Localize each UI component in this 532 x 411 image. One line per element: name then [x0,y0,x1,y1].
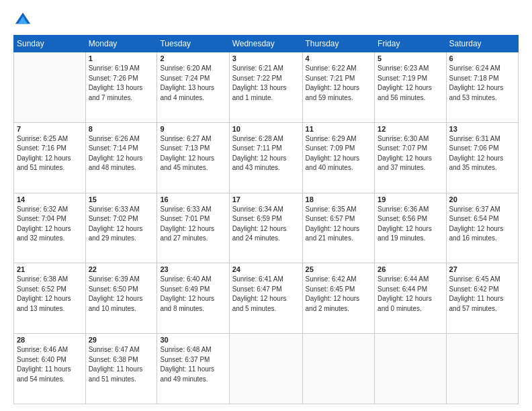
header-day: Wednesday [229,36,302,52]
cell-info: Sunrise: 6:39 AM Sunset: 6:50 PM Dayligh… [89,275,154,314]
calendar-cell: 4Sunrise: 6:22 AM Sunset: 7:21 PM Daylig… [302,52,375,123]
calendar-cell: 21Sunrise: 6:38 AM Sunset: 6:52 PM Dayli… [14,263,86,334]
cell-info: Sunrise: 6:34 AM Sunset: 6:59 PM Dayligh… [232,205,300,244]
cell-info: Sunrise: 6:35 AM Sunset: 6:57 PM Dayligh… [306,205,372,244]
cell-date-number: 6 [449,54,515,62]
cell-date-number: 24 [232,265,300,273]
calendar-week-row: 28Sunrise: 6:46 AM Sunset: 6:40 PM Dayli… [14,334,519,404]
cell-info: Sunrise: 6:24 AM Sunset: 7:18 PM Dayligh… [449,64,515,103]
cell-date-number: 28 [17,336,83,344]
header-day: Saturday [446,36,518,52]
cell-info: Sunrise: 6:45 AM Sunset: 6:42 PM Dayligh… [449,275,515,314]
calendar-cell: 8Sunrise: 6:26 AM Sunset: 7:14 PM Daylig… [85,122,157,193]
calendar-cell: 23Sunrise: 6:40 AM Sunset: 6:49 PM Dayli… [157,263,229,334]
calendar-cell: 19Sunrise: 6:36 AM Sunset: 6:56 PM Dayli… [375,193,446,263]
cell-info: Sunrise: 6:40 AM Sunset: 6:49 PM Dayligh… [160,275,226,314]
cell-date-number: 13 [449,125,515,133]
calendar-cell: 10Sunrise: 6:28 AM Sunset: 7:11 PM Dayli… [229,122,302,193]
cell-info: Sunrise: 6:26 AM Sunset: 7:14 PM Dayligh… [89,134,154,173]
calendar-cell: 26Sunrise: 6:44 AM Sunset: 6:44 PM Dayli… [375,263,446,334]
calendar-cell: 5Sunrise: 6:23 AM Sunset: 7:19 PM Daylig… [375,52,446,123]
calendar-week-row: 14Sunrise: 6:32 AM Sunset: 7:04 PM Dayli… [14,193,519,263]
cell-date-number: 16 [160,195,226,203]
cell-date-number: 7 [17,125,83,133]
cell-date-number: 3 [232,54,300,62]
cell-info: Sunrise: 6:33 AM Sunset: 7:01 PM Dayligh… [160,205,226,244]
calendar-cell: 11Sunrise: 6:29 AM Sunset: 7:09 PM Dayli… [302,122,375,193]
calendar-cell: 14Sunrise: 6:32 AM Sunset: 7:04 PM Dayli… [14,193,86,263]
cell-date-number: 2 [160,54,226,62]
cell-date-number: 9 [160,125,226,133]
cell-info: Sunrise: 6:23 AM Sunset: 7:19 PM Dayligh… [378,64,443,103]
header-row: SundayMondayTuesdayWednesdayThursdayFrid… [14,36,519,52]
cell-date-number: 26 [378,265,443,273]
header-day: Tuesday [157,36,229,52]
calendar-cell [375,334,446,404]
calendar-cell: 16Sunrise: 6:33 AM Sunset: 7:01 PM Dayli… [157,193,229,263]
cell-info: Sunrise: 6:27 AM Sunset: 7:13 PM Dayligh… [160,134,226,173]
cell-info: Sunrise: 6:36 AM Sunset: 6:56 PM Dayligh… [378,205,443,244]
cell-date-number: 29 [89,336,154,344]
header-day: Thursday [302,36,375,52]
cell-date-number: 5 [378,54,443,62]
calendar-cell: 29Sunrise: 6:47 AM Sunset: 6:38 PM Dayli… [85,334,157,404]
cell-info: Sunrise: 6:37 AM Sunset: 6:54 PM Dayligh… [449,205,515,244]
cell-info: Sunrise: 6:19 AM Sunset: 7:26 PM Dayligh… [89,64,154,103]
cell-info: Sunrise: 6:25 AM Sunset: 7:16 PM Dayligh… [17,134,83,173]
header [13,11,519,30]
cell-info: Sunrise: 6:42 AM Sunset: 6:45 PM Dayligh… [306,275,372,314]
calendar-body: 1Sunrise: 6:19 AM Sunset: 7:26 PM Daylig… [14,52,519,404]
cell-info: Sunrise: 6:20 AM Sunset: 7:24 PM Dayligh… [160,64,226,103]
calendar-cell: 27Sunrise: 6:45 AM Sunset: 6:42 PM Dayli… [446,263,518,334]
cell-info: Sunrise: 6:30 AM Sunset: 7:07 PM Dayligh… [378,134,443,173]
page: SundayMondayTuesdayWednesdayThursdayFrid… [0,0,532,411]
cell-date-number: 10 [232,125,300,133]
calendar-cell: 24Sunrise: 6:41 AM Sunset: 6:47 PM Dayli… [229,263,302,334]
calendar-cell: 30Sunrise: 6:48 AM Sunset: 6:37 PM Dayli… [157,334,229,404]
cell-info: Sunrise: 6:48 AM Sunset: 6:37 PM Dayligh… [160,345,226,384]
header-day: Friday [375,36,446,52]
calendar-cell: 9Sunrise: 6:27 AM Sunset: 7:13 PM Daylig… [157,122,229,193]
cell-date-number: 27 [449,265,515,273]
cell-date-number: 1 [89,54,154,62]
calendar-header: SundayMondayTuesdayWednesdayThursdayFrid… [14,36,519,52]
cell-info: Sunrise: 6:47 AM Sunset: 6:38 PM Dayligh… [89,345,154,384]
calendar-cell: 28Sunrise: 6:46 AM Sunset: 6:40 PM Dayli… [14,334,86,404]
cell-info: Sunrise: 6:28 AM Sunset: 7:11 PM Dayligh… [232,134,300,173]
cell-info: Sunrise: 6:21 AM Sunset: 7:22 PM Dayligh… [232,64,300,103]
cell-date-number: 14 [17,195,83,203]
calendar-cell: 15Sunrise: 6:33 AM Sunset: 7:02 PM Dayli… [85,193,157,263]
header-day: Monday [85,36,157,52]
cell-date-number: 11 [306,125,372,133]
header-day: Sunday [14,36,86,52]
calendar-cell: 20Sunrise: 6:37 AM Sunset: 6:54 PM Dayli… [446,193,518,263]
cell-date-number: 4 [306,54,372,62]
calendar-cell [229,334,302,404]
cell-date-number: 18 [306,195,372,203]
cell-date-number: 25 [306,265,372,273]
calendar-cell [14,52,86,123]
calendar-cell: 12Sunrise: 6:30 AM Sunset: 7:07 PM Dayli… [375,122,446,193]
calendar-cell: 25Sunrise: 6:42 AM Sunset: 6:45 PM Dayli… [302,263,375,334]
cell-info: Sunrise: 6:46 AM Sunset: 6:40 PM Dayligh… [17,345,83,384]
calendar-cell: 17Sunrise: 6:34 AM Sunset: 6:59 PM Dayli… [229,193,302,263]
calendar-cell: 18Sunrise: 6:35 AM Sunset: 6:57 PM Dayli… [302,193,375,263]
calendar-cell: 7Sunrise: 6:25 AM Sunset: 7:16 PM Daylig… [14,122,86,193]
cell-date-number: 30 [160,336,226,344]
cell-info: Sunrise: 6:44 AM Sunset: 6:44 PM Dayligh… [378,275,443,314]
cell-date-number: 21 [17,265,83,273]
calendar-cell: 3Sunrise: 6:21 AM Sunset: 7:22 PM Daylig… [229,52,302,123]
cell-info: Sunrise: 6:41 AM Sunset: 6:47 PM Dayligh… [232,275,300,314]
calendar-week-row: 1Sunrise: 6:19 AM Sunset: 7:26 PM Daylig… [14,52,519,123]
cell-info: Sunrise: 6:38 AM Sunset: 6:52 PM Dayligh… [17,275,83,314]
calendar-week-row: 7Sunrise: 6:25 AM Sunset: 7:16 PM Daylig… [14,122,519,193]
cell-date-number: 19 [378,195,443,203]
calendar-cell: 13Sunrise: 6:31 AM Sunset: 7:06 PM Dayli… [446,122,518,193]
cell-date-number: 15 [89,195,154,203]
cell-date-number: 20 [449,195,515,203]
calendar-cell: 1Sunrise: 6:19 AM Sunset: 7:26 PM Daylig… [85,52,157,123]
cell-date-number: 8 [89,125,154,133]
cell-date-number: 23 [160,265,226,273]
cell-date-number: 17 [232,195,300,203]
cell-info: Sunrise: 6:31 AM Sunset: 7:06 PM Dayligh… [449,134,515,173]
